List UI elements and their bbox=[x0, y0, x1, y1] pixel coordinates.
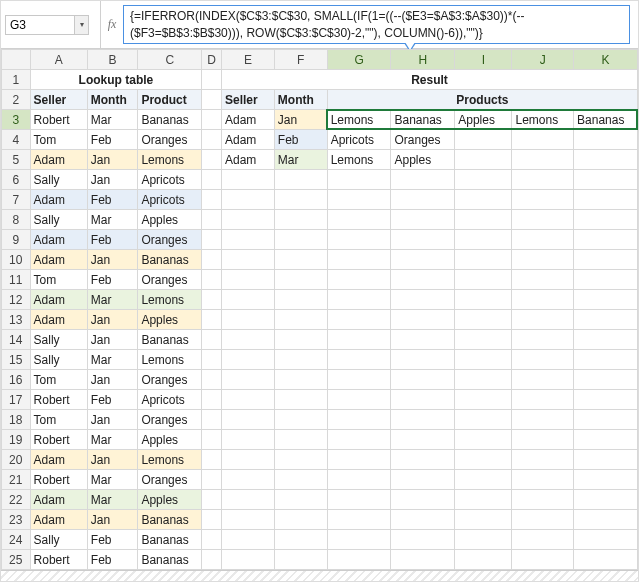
cell-K6[interactable] bbox=[574, 170, 638, 190]
cell-A16[interactable]: Tom bbox=[30, 370, 87, 390]
cell-J11[interactable] bbox=[512, 270, 574, 290]
row-header-19[interactable]: 19 bbox=[2, 430, 31, 450]
cell-C8[interactable]: Apples bbox=[138, 210, 202, 230]
cell-D5[interactable] bbox=[202, 150, 222, 170]
col-header-K[interactable]: K bbox=[574, 50, 638, 70]
cell-F10[interactable] bbox=[274, 250, 327, 270]
cell-B14[interactable]: Jan bbox=[87, 330, 138, 350]
cell-B16[interactable]: Jan bbox=[87, 370, 138, 390]
cell-A11[interactable]: Tom bbox=[30, 270, 87, 290]
cell-I24[interactable] bbox=[455, 530, 512, 550]
cell-F13[interactable] bbox=[274, 310, 327, 330]
cell-I21[interactable] bbox=[455, 470, 512, 490]
products-header[interactable]: Products bbox=[327, 90, 637, 110]
cell-D8[interactable] bbox=[202, 210, 222, 230]
cell-J6[interactable] bbox=[512, 170, 574, 190]
cell-G24[interactable] bbox=[327, 530, 391, 550]
row-header-17[interactable]: 17 bbox=[2, 390, 31, 410]
cell-G22[interactable] bbox=[327, 490, 391, 510]
cell-K18[interactable] bbox=[574, 410, 638, 430]
cell-J24[interactable] bbox=[512, 530, 574, 550]
cell-G12[interactable] bbox=[327, 290, 391, 310]
cell-G9[interactable] bbox=[327, 230, 391, 250]
cell-B21[interactable]: Mar bbox=[87, 470, 138, 490]
row-header-22[interactable]: 22 bbox=[2, 490, 31, 510]
cell-H6[interactable] bbox=[391, 170, 455, 190]
cell-D12[interactable] bbox=[202, 290, 222, 310]
lookup-title[interactable]: Lookup table bbox=[30, 70, 202, 90]
col-header-F[interactable]: F bbox=[274, 50, 327, 70]
cell-B12[interactable]: Mar bbox=[87, 290, 138, 310]
cell-A8[interactable]: Sally bbox=[30, 210, 87, 230]
cell-G10[interactable] bbox=[327, 250, 391, 270]
row-header-5[interactable]: 5 bbox=[2, 150, 31, 170]
cell-I18[interactable] bbox=[455, 410, 512, 430]
cell-F8[interactable] bbox=[274, 210, 327, 230]
cell-D20[interactable] bbox=[202, 450, 222, 470]
cell-G3[interactable]: Lemons bbox=[327, 110, 391, 130]
cell-I4[interactable] bbox=[455, 130, 512, 150]
cell-I22[interactable] bbox=[455, 490, 512, 510]
cell-A7[interactable]: Adam bbox=[30, 190, 87, 210]
cell-B10[interactable]: Jan bbox=[87, 250, 138, 270]
cell-I11[interactable] bbox=[455, 270, 512, 290]
col-header-G[interactable]: G bbox=[327, 50, 391, 70]
cell-I9[interactable] bbox=[455, 230, 512, 250]
cell-F16[interactable] bbox=[274, 370, 327, 390]
cell-C16[interactable]: Oranges bbox=[138, 370, 202, 390]
cell-J9[interactable] bbox=[512, 230, 574, 250]
cell-I25[interactable] bbox=[455, 550, 512, 570]
col-header-E[interactable]: E bbox=[222, 50, 275, 70]
cell-B6[interactable]: Jan bbox=[87, 170, 138, 190]
cell-K4[interactable] bbox=[574, 130, 638, 150]
cell-H25[interactable] bbox=[391, 550, 455, 570]
cell-K10[interactable] bbox=[574, 250, 638, 270]
cell-H11[interactable] bbox=[391, 270, 455, 290]
cell-H3[interactable]: Bananas bbox=[391, 110, 455, 130]
cell-C25[interactable]: Bananas bbox=[138, 550, 202, 570]
row-header-18[interactable]: 18 bbox=[2, 410, 31, 430]
cell-J4[interactable] bbox=[512, 130, 574, 150]
cell-B23[interactable]: Jan bbox=[87, 510, 138, 530]
row-header-6[interactable]: 6 bbox=[2, 170, 31, 190]
cell-D14[interactable] bbox=[202, 330, 222, 350]
cell-J8[interactable] bbox=[512, 210, 574, 230]
col-header-C[interactable]: C bbox=[138, 50, 202, 70]
cell-H10[interactable] bbox=[391, 250, 455, 270]
cell-A15[interactable]: Sally bbox=[30, 350, 87, 370]
cell-F4[interactable]: Feb bbox=[274, 130, 327, 150]
cell-J21[interactable] bbox=[512, 470, 574, 490]
cell-H4[interactable]: Oranges bbox=[391, 130, 455, 150]
cell-F3[interactable]: Jan bbox=[274, 110, 327, 130]
cell-H15[interactable] bbox=[391, 350, 455, 370]
col-header-D[interactable]: D bbox=[202, 50, 222, 70]
cell-I20[interactable] bbox=[455, 450, 512, 470]
cell-A3[interactable]: Robert bbox=[30, 110, 87, 130]
cell-I16[interactable] bbox=[455, 370, 512, 390]
row-header-25[interactable]: 25 bbox=[2, 550, 31, 570]
spreadsheet-grid[interactable]: ABCDEFGHIJK1Lookup tableResult2SellerMon… bbox=[1, 49, 638, 570]
cell-F17[interactable] bbox=[274, 390, 327, 410]
cell-H17[interactable] bbox=[391, 390, 455, 410]
cell-E14[interactable] bbox=[222, 330, 275, 350]
cell-D3[interactable] bbox=[202, 110, 222, 130]
cell-K7[interactable] bbox=[574, 190, 638, 210]
cell-E7[interactable] bbox=[222, 190, 275, 210]
cell-F14[interactable] bbox=[274, 330, 327, 350]
cell-H18[interactable] bbox=[391, 410, 455, 430]
cell-J14[interactable] bbox=[512, 330, 574, 350]
cell-D19[interactable] bbox=[202, 430, 222, 450]
cell-D25[interactable] bbox=[202, 550, 222, 570]
cell-J18[interactable] bbox=[512, 410, 574, 430]
cell-A14[interactable]: Sally bbox=[30, 330, 87, 350]
cell-J17[interactable] bbox=[512, 390, 574, 410]
cell-A18[interactable]: Tom bbox=[30, 410, 87, 430]
row-header-14[interactable]: 14 bbox=[2, 330, 31, 350]
cell-D1[interactable] bbox=[202, 70, 222, 90]
cell-E4[interactable]: Adam bbox=[222, 130, 275, 150]
cell-C18[interactable]: Oranges bbox=[138, 410, 202, 430]
cell-B25[interactable]: Feb bbox=[87, 550, 138, 570]
cell-C5[interactable]: Lemons bbox=[138, 150, 202, 170]
cell-B15[interactable]: Mar bbox=[87, 350, 138, 370]
cell-K25[interactable] bbox=[574, 550, 638, 570]
